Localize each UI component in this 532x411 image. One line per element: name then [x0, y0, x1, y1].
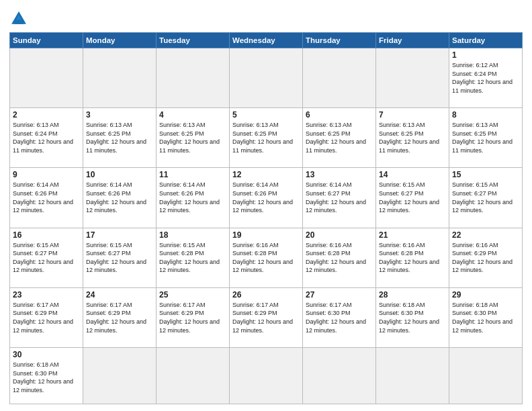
day-number: 4 [159, 110, 226, 120]
day-info: Sunrise: 6:12 AM Sunset: 6:24 PM Dayligh… [452, 61, 519, 95]
day-info: Sunrise: 6:13 AM Sunset: 6:25 PM Dayligh… [452, 121, 519, 154]
day-info: Sunrise: 6:13 AM Sunset: 6:25 PM Dayligh… [232, 121, 300, 154]
day-number: 3 [86, 110, 153, 120]
day-info: Sunrise: 6:16 AM Sunset: 6:28 PM Dayligh… [232, 241, 300, 275]
day-info: Sunrise: 6:14 AM Sunset: 6:26 PM Dayligh… [232, 181, 300, 214]
day-number: 18 [159, 230, 226, 240]
calendar-week-4: 23Sunrise: 6:17 AM Sunset: 6:29 PM Dayli… [10, 287, 523, 347]
day-info: Sunrise: 6:15 AM Sunset: 6:27 PM Dayligh… [452, 181, 519, 214]
calendar-week-1: 2Sunrise: 6:13 AM Sunset: 6:24 PM Daylig… [10, 108, 523, 168]
day-info: Sunrise: 6:13 AM Sunset: 6:25 PM Dayligh… [379, 121, 446, 154]
day-info: Sunrise: 6:13 AM Sunset: 6:25 PM Dayligh… [159, 121, 226, 154]
calendar-cell-w3d0: 16Sunrise: 6:15 AM Sunset: 6:27 PM Dayli… [10, 228, 83, 287]
weekday-header-tuesday: Tuesday [157, 33, 230, 48]
calendar-cell-w4d4: 27Sunrise: 6:17 AM Sunset: 6:30 PM Dayli… [303, 287, 376, 347]
day-info: Sunrise: 6:18 AM Sunset: 6:30 PM Dayligh… [13, 361, 80, 394]
day-info: Sunrise: 6:16 AM Sunset: 6:28 PM Dayligh… [306, 241, 373, 275]
calendar-cell-w2d4: 13Sunrise: 6:14 AM Sunset: 6:27 PM Dayli… [303, 168, 376, 228]
day-info: Sunrise: 6:16 AM Sunset: 6:29 PM Dayligh… [452, 241, 519, 275]
day-info: Sunrise: 6:15 AM Sunset: 6:27 PM Dayligh… [13, 241, 80, 275]
calendar-cell-w5d4 [303, 348, 376, 404]
weekday-header-sunday: Sunday [10, 33, 83, 48]
day-number: 14 [379, 170, 446, 179]
day-info: Sunrise: 6:13 AM Sunset: 6:24 PM Dayligh… [13, 121, 80, 154]
weekday-header-thursday: Thursday [303, 33, 376, 48]
calendar-table: SundayMondayTuesdayWednesdayThursdayFrid… [9, 32, 523, 404]
day-info: Sunrise: 6:13 AM Sunset: 6:25 PM Dayligh… [306, 121, 373, 154]
day-number: 9 [13, 170, 80, 179]
calendar-cell-w0d2 [157, 48, 230, 108]
day-info: Sunrise: 6:17 AM Sunset: 6:29 PM Dayligh… [13, 301, 80, 334]
day-number: 17 [86, 230, 153, 240]
calendar-week-3: 16Sunrise: 6:15 AM Sunset: 6:27 PM Dayli… [10, 228, 523, 287]
day-number: 1 [452, 50, 519, 60]
day-number: 22 [452, 230, 519, 240]
weekday-header-saturday: Saturday [449, 33, 523, 48]
calendar-page: SundayMondayTuesdayWednesdayThursdayFrid… [0, 0, 532, 411]
day-number: 7 [379, 110, 446, 120]
day-number: 26 [232, 290, 300, 300]
calendar-cell-w1d2: 4Sunrise: 6:13 AM Sunset: 6:25 PM Daylig… [157, 108, 230, 168]
day-number: 15 [452, 170, 519, 179]
day-number: 10 [86, 170, 153, 179]
calendar-cell-w3d1: 17Sunrise: 6:15 AM Sunset: 6:27 PM Dayli… [83, 228, 157, 287]
day-number: 29 [452, 290, 519, 300]
weekday-header-row: SundayMondayTuesdayWednesdayThursdayFrid… [10, 33, 523, 48]
calendar-cell-w3d3: 19Sunrise: 6:16 AM Sunset: 6:28 PM Dayli… [230, 228, 303, 287]
calendar-cell-w2d6: 15Sunrise: 6:15 AM Sunset: 6:27 PM Dayli… [449, 168, 523, 228]
calendar-week-0: 1Sunrise: 6:12 AM Sunset: 6:24 PM Daylig… [10, 48, 523, 108]
calendar-cell-w5d5 [376, 348, 449, 404]
calendar-cell-w4d3: 26Sunrise: 6:17 AM Sunset: 6:29 PM Dayli… [230, 287, 303, 347]
day-number: 8 [452, 110, 519, 120]
calendar-cell-w4d1: 24Sunrise: 6:17 AM Sunset: 6:29 PM Dayli… [83, 287, 157, 347]
logo [9, 9, 31, 28]
calendar-cell-w4d6: 29Sunrise: 6:18 AM Sunset: 6:30 PM Dayli… [449, 287, 523, 347]
calendar-cell-w1d3: 5Sunrise: 6:13 AM Sunset: 6:25 PM Daylig… [230, 108, 303, 168]
day-info: Sunrise: 6:17 AM Sunset: 6:29 PM Dayligh… [159, 301, 226, 334]
calendar-cell-w1d6: 8Sunrise: 6:13 AM Sunset: 6:25 PM Daylig… [449, 108, 523, 168]
day-info: Sunrise: 6:16 AM Sunset: 6:28 PM Dayligh… [379, 241, 446, 275]
svg-rect-2 [15, 20, 23, 24]
day-number: 20 [306, 230, 373, 240]
calendar-cell-w5d0: 30Sunrise: 6:18 AM Sunset: 6:30 PM Dayli… [10, 348, 83, 404]
day-number: 5 [232, 110, 300, 120]
day-info: Sunrise: 6:15 AM Sunset: 6:27 PM Dayligh… [86, 241, 153, 275]
day-info: Sunrise: 6:18 AM Sunset: 6:30 PM Dayligh… [452, 301, 519, 334]
calendar-cell-w0d6: 1Sunrise: 6:12 AM Sunset: 6:24 PM Daylig… [449, 48, 523, 108]
day-number: 25 [159, 290, 226, 300]
calendar-cell-w3d6: 22Sunrise: 6:16 AM Sunset: 6:29 PM Dayli… [449, 228, 523, 287]
calendar-cell-w2d0: 9Sunrise: 6:14 AM Sunset: 6:26 PM Daylig… [10, 168, 83, 228]
day-info: Sunrise: 6:17 AM Sunset: 6:30 PM Dayligh… [306, 301, 373, 334]
calendar-cell-w2d5: 14Sunrise: 6:15 AM Sunset: 6:27 PM Dayli… [376, 168, 449, 228]
day-info: Sunrise: 6:13 AM Sunset: 6:25 PM Dayligh… [86, 121, 153, 154]
calendar-cell-w0d4 [303, 48, 376, 108]
calendar-cell-w1d5: 7Sunrise: 6:13 AM Sunset: 6:25 PM Daylig… [376, 108, 449, 168]
calendar-cell-w4d0: 23Sunrise: 6:17 AM Sunset: 6:29 PM Dayli… [10, 287, 83, 347]
header [9, 7, 523, 28]
weekday-header-friday: Friday [376, 33, 449, 48]
day-number: 30 [13, 350, 80, 359]
day-number: 19 [232, 230, 300, 240]
calendar-cell-w1d1: 3Sunrise: 6:13 AM Sunset: 6:25 PM Daylig… [83, 108, 157, 168]
day-info: Sunrise: 6:14 AM Sunset: 6:26 PM Dayligh… [159, 181, 226, 214]
weekday-header-monday: Monday [83, 33, 157, 48]
calendar-cell-w4d2: 25Sunrise: 6:17 AM Sunset: 6:29 PM Dayli… [157, 287, 230, 347]
calendar-cell-w2d1: 10Sunrise: 6:14 AM Sunset: 6:26 PM Dayli… [83, 168, 157, 228]
calendar-body: 1Sunrise: 6:12 AM Sunset: 6:24 PM Daylig… [10, 48, 523, 404]
calendar-cell-w3d4: 20Sunrise: 6:16 AM Sunset: 6:28 PM Dayli… [303, 228, 376, 287]
day-info: Sunrise: 6:14 AM Sunset: 6:26 PM Dayligh… [13, 181, 80, 214]
logo-icon [9, 9, 28, 28]
calendar-cell-w0d5 [376, 48, 449, 108]
day-info: Sunrise: 6:17 AM Sunset: 6:29 PM Dayligh… [232, 301, 300, 334]
weekday-header-wednesday: Wednesday [230, 33, 303, 48]
calendar-cell-w5d6 [449, 348, 523, 404]
calendar-cell-w4d5: 28Sunrise: 6:18 AM Sunset: 6:30 PM Dayli… [376, 287, 449, 347]
calendar-week-5: 30Sunrise: 6:18 AM Sunset: 6:30 PM Dayli… [10, 348, 523, 404]
day-number: 24 [86, 290, 153, 300]
day-number: 28 [379, 290, 446, 300]
day-number: 27 [306, 290, 373, 300]
calendar-cell-w0d1 [83, 48, 157, 108]
calendar-cell-w5d3 [230, 348, 303, 404]
calendar-cell-w2d2: 11Sunrise: 6:14 AM Sunset: 6:26 PM Dayli… [157, 168, 230, 228]
day-info: Sunrise: 6:15 AM Sunset: 6:27 PM Dayligh… [379, 181, 446, 214]
